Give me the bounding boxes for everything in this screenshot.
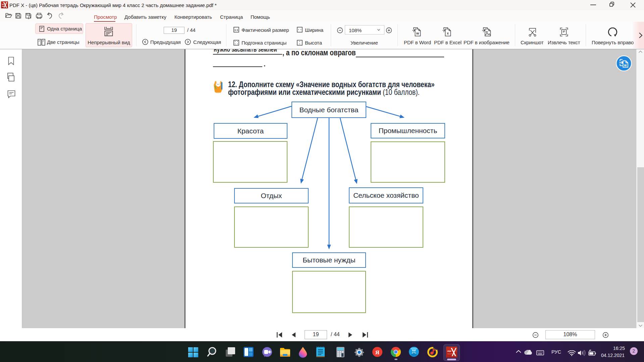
svg-text:View & Edit: View & Edit: [447, 353, 453, 355]
svg-text:PDF: PDF: [447, 350, 451, 352]
svg-text:Я: Я: [375, 349, 379, 356]
svg-text:1:1: 1:1: [234, 28, 238, 32]
svg-text:W: W: [416, 32, 419, 35]
svg-text:w: w: [624, 63, 627, 67]
svg-text:x: x: [447, 32, 449, 35]
